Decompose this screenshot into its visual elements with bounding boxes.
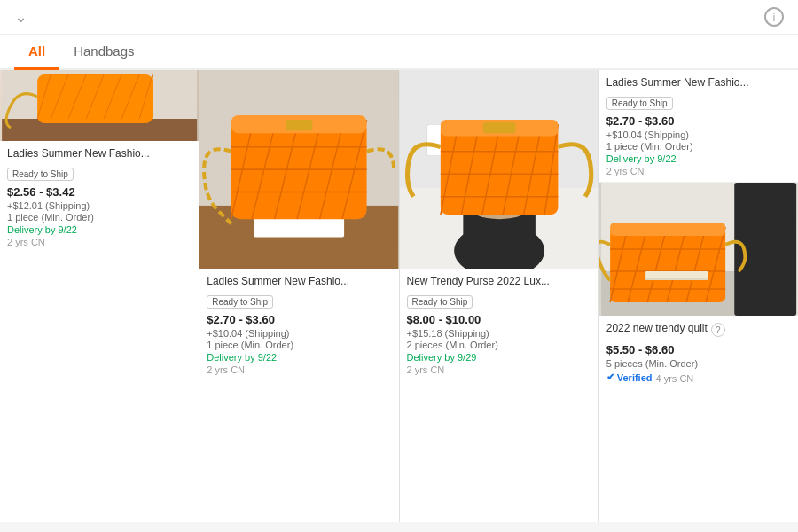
verified-label: Verified [617,372,653,383]
product-column-4: Ladies Summer New Fashio... Ready to Shi… [599,70,798,522]
ready-badge-1: Ready to Ship [7,168,74,181]
delivery-2: Delivery by 9/22 [207,352,391,363]
product-title-1: Ladies Summer New Fashio... [7,146,192,161]
svg-rect-59 [645,278,708,280]
supplier-2: 2 yrs CN [207,364,391,375]
partial-product-image [0,70,199,141]
ready-badge-2: Ready to Ship [207,295,273,309]
category-tabs: All Handbags [0,35,798,70]
min-order-4bottom: 5 pieces (Min. Order) [606,358,791,369]
product-title-3: New Trendy Purse 2022 Lux... [407,274,591,289]
bag-svg-4bottom [599,183,798,316]
supplier-4top: 2 yrs CN [606,166,791,176]
product-image-2[interactable] [200,70,398,269]
product-title-2: Ladies Summer New Fashio... [207,274,391,289]
min-order-4top: 1 piece (Min. Order) [606,141,791,152]
product-column-2: Ladies Summer New Fashio... Ready to Shi… [200,70,398,522]
bag-svg-3 [400,70,598,269]
product-image-3[interactable] [400,70,598,269]
product-info-2: Ladies Summer New Fashio... Ready to Shi… [200,269,398,522]
supplier-3: 2 yrs CN [407,364,591,375]
product-column-3: New Trendy Purse 2022 Lux... Ready to Sh… [400,70,598,522]
svg-rect-47 [610,227,725,302]
svg-rect-31 [440,124,558,215]
price-range-4bottom: $5.50 - $6.60 [606,343,791,356]
delivery-1: Delivery by 9/22 [7,224,192,235]
svg-rect-58 [645,271,708,278]
ready-badge-3: Ready to Ship [407,295,473,309]
price-range-1: $2.56 - $3.42 [7,185,192,199]
tab-all[interactable]: All [14,35,59,70]
bag-svg-2 [200,70,398,269]
tab-handbags[interactable]: Handbags [59,35,148,70]
ready-badge-4top: Ready to Ship [606,97,673,110]
svg-rect-2 [37,74,153,123]
verified-badge: ✔ Verified [606,372,653,383]
product-4-top-info: Ladies Summer New Fashio... Ready to Shi… [599,70,798,183]
product-image-4bottom[interactable] [599,183,798,316]
product-title-4bottom: 2022 new trendy quilt [606,321,708,336]
info-icon[interactable]: i [764,7,784,27]
shipping-2: +$10.04 (Shipping) [207,328,391,339]
products-grid: Ladies Summer New Fashio... Ready to Shi… [0,70,798,522]
product-info-4bottom: 2022 new trendy quilt ? $5.50 - $6.60 5 … [599,316,798,522]
price-range-2: $2.70 - $3.60 [207,313,391,326]
svg-rect-24 [286,120,313,130]
supplier-4bottom: 4 yrs CN [656,373,694,384]
question-icon: ? [711,323,725,337]
supplier-1: 2 yrs CN [7,237,192,247]
price-range-4top: $2.70 - $3.60 [606,114,791,128]
min-order-3: 2 pieces (Min. Order) [407,340,591,350]
verified-check-icon: ✔ [606,372,614,383]
product-4-bottom: 2022 new trendy quilt ? $5.50 - $6.60 5 … [599,183,798,522]
price-range-3: $8.00 - $10.00 [407,313,591,326]
min-order-1: 1 piece (Min. Order) [7,212,192,223]
product-info-1: Ladies Summer New Fashio... Ready to Shi… [0,141,199,522]
delivery-4top: Delivery by 9/22 [606,153,791,164]
shipping-4top: +$10.04 (Shipping) [606,129,791,140]
svg-rect-42 [482,122,515,133]
product-title-4top: Ladies Summer New Fashio... [606,75,791,90]
chevron-down-icon[interactable]: ⌄ [14,7,27,27]
bag-partial-svg [0,70,199,141]
svg-rect-57 [610,223,725,236]
shipping-1: +$12.01 (Shipping) [7,200,192,211]
product-column-1: Ladies Summer New Fashio... Ready to Shi… [0,70,199,522]
top-bar: ⌄ i [0,0,798,35]
delivery-3: Delivery by 9/29 [407,352,591,363]
product-info-3: New Trendy Purse 2022 Lux... Ready to Sh… [400,269,598,522]
min-order-2: 1 piece (Min. Order) [207,340,391,350]
shipping-3: +$15.18 (Shipping) [407,328,591,339]
